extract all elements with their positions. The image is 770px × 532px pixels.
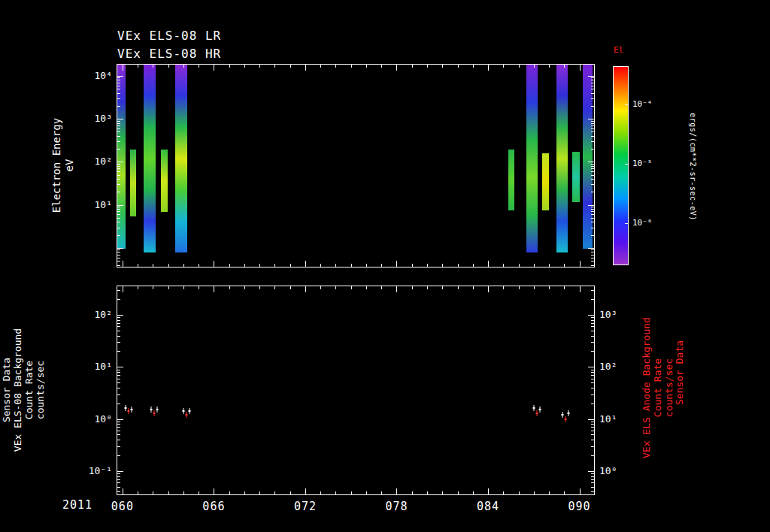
- axis-tick: [591, 255, 594, 255]
- axis-tick: [117, 471, 123, 472]
- axis-tick: [396, 286, 397, 292]
- axis-tick: [168, 65, 169, 68]
- axis-tick: [591, 336, 594, 337]
- axis-tick: [591, 249, 594, 250]
- count-rate-plot: [117, 286, 594, 494]
- scatter-point-dot: [156, 409, 159, 410]
- top-y-axis-title-line2: eV: [63, 118, 76, 213]
- axis-tick: [351, 286, 352, 289]
- axis-tick: [117, 98, 120, 99]
- axis-tick: [591, 175, 594, 176]
- axis-tick: [320, 264, 321, 267]
- axis-tick: [117, 419, 123, 420]
- scatter-point-dot: [565, 419, 567, 420]
- plot-title-lr: VEx ELS-08 LR: [117, 29, 221, 43]
- axis-tick: [591, 261, 594, 261]
- axis-tick: [488, 261, 489, 267]
- axis-tick: [591, 388, 594, 388]
- bottom-left-axis-title: VEx ELS-08 Background Count Rate counts/…: [12, 328, 46, 452]
- bottom-left-axis-title-line1: VEx ELS-08 Background: [12, 328, 23, 452]
- axis-tick: [117, 255, 120, 255]
- axis-tick: [503, 491, 504, 494]
- axis-tick: [591, 214, 594, 215]
- axis-tick: [549, 264, 550, 267]
- axis-tick: [534, 65, 535, 68]
- axis-tick: [244, 491, 245, 494]
- axis-tick: [117, 164, 120, 165]
- x-tick-label: 060: [111, 500, 134, 513]
- scatter-point: [568, 410, 569, 416]
- bottom-right-axis-title: VEx ELS Anode Background Count Rate coun…: [641, 317, 675, 458]
- axis-tick: [117, 218, 120, 219]
- spectrogram-panel: 10⁴10³10²10¹: [117, 64, 595, 268]
- axis-tick: [117, 261, 120, 261]
- axis-tick: [117, 211, 120, 212]
- axis-tick: [335, 264, 336, 267]
- axis-tick: [214, 65, 214, 71]
- axis-tick: [591, 171, 594, 172]
- spectrogram-stripe: [526, 65, 538, 252]
- axis-tick: [396, 261, 397, 267]
- y-tick-label: 10⁻¹: [89, 465, 112, 476]
- colorbar-tick-label: 10⁻⁵: [632, 159, 653, 168]
- y-tick-label: 10¹: [599, 413, 617, 425]
- axis-tick: [503, 65, 504, 68]
- y-tick-label: 10³: [599, 309, 617, 320]
- bottom-left-outer-label: Sensor Data: [1, 358, 12, 422]
- axis-tick: [117, 76, 123, 77]
- axis-tick: [549, 491, 550, 494]
- scatter-point-dot: [538, 409, 541, 410]
- scatter-point: [151, 407, 152, 413]
- scatter-point: [186, 412, 186, 418]
- axis-tick: [117, 171, 120, 172]
- axis-tick: [274, 491, 275, 494]
- spectrogram-plot: [117, 65, 594, 267]
- axis-tick: [396, 488, 397, 494]
- axis-tick: [117, 207, 120, 207]
- axis-tick: [458, 264, 459, 267]
- axis-tick: [591, 136, 594, 137]
- bottom-left-axis-title-line2: Count Rate: [23, 328, 35, 452]
- scatter-point: [562, 412, 563, 418]
- axis-tick: [168, 264, 169, 267]
- axis-tick: [427, 65, 428, 68]
- axis-tick: [117, 455, 120, 456]
- axis-tick: [591, 320, 594, 321]
- axis-tick: [117, 149, 120, 150]
- scatter-point-dot: [150, 409, 153, 410]
- axis-tick: [591, 83, 594, 83]
- spectrogram-stripe: [130, 150, 136, 216]
- axis-tick: [117, 131, 120, 132]
- axis-tick: [117, 228, 120, 228]
- axis-tick: [117, 141, 120, 142]
- axis-tick: [591, 370, 594, 370]
- scatter-point: [565, 416, 566, 422]
- axis-tick: [591, 149, 594, 150]
- colorbar-tick: [625, 223, 628, 224]
- axis-tick: [591, 446, 594, 447]
- y-tick-label: 10¹: [95, 361, 112, 372]
- axis-tick: [591, 434, 594, 435]
- axis-tick: [214, 286, 214, 292]
- x-axis-year-label: 2011: [62, 498, 92, 512]
- axis-tick: [320, 286, 321, 289]
- scatter-point: [539, 407, 540, 413]
- axis-tick: [117, 379, 120, 379]
- axis-tick: [168, 491, 169, 494]
- axis-tick: [259, 65, 260, 68]
- spectrogram-stripe: [572, 152, 580, 202]
- axis-tick: [591, 258, 594, 258]
- axis-tick: [117, 351, 120, 352]
- axis-tick: [123, 488, 123, 494]
- axis-tick: [591, 125, 594, 126]
- axis-tick: [117, 372, 120, 373]
- axis-tick: [153, 65, 153, 68]
- axis-tick: [117, 205, 123, 206]
- axis-tick: [117, 106, 120, 107]
- axis-tick: [138, 491, 138, 494]
- axis-tick: [473, 65, 474, 68]
- axis-tick: [381, 65, 382, 68]
- axis-tick: [591, 218, 594, 219]
- axis-tick: [335, 65, 336, 68]
- axis-tick: [259, 264, 260, 267]
